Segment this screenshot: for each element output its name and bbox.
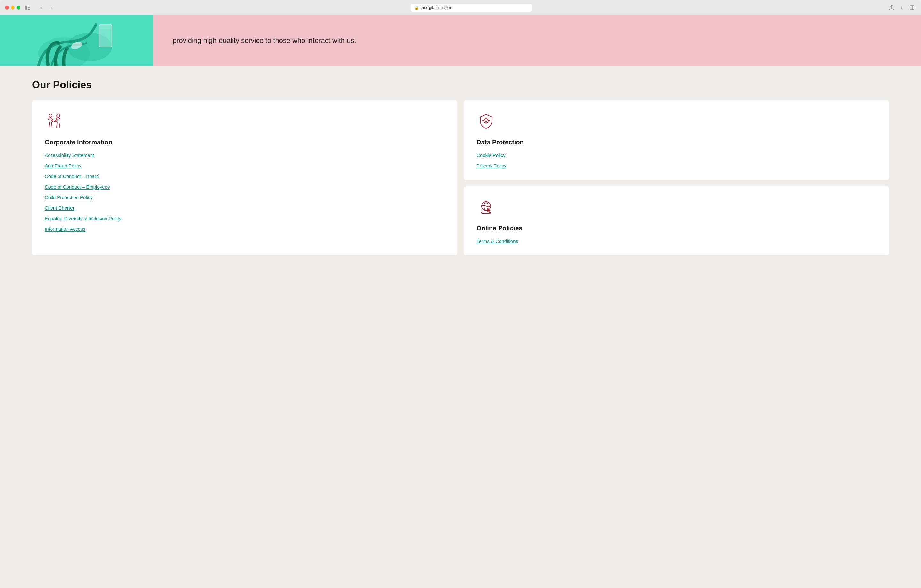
sidebar-button[interactable] (908, 4, 916, 11)
people-icon (45, 112, 64, 131)
back-button[interactable]: ‹ (37, 4, 45, 11)
privacy-policy-link[interactable]: Privacy Policy (477, 163, 876, 169)
sidebar-toggle-button[interactable] (24, 4, 31, 11)
corporate-information-card: Corporate Information Accessibility Stat… (32, 100, 457, 255)
client-charter-link[interactable]: Client Charter (45, 205, 444, 211)
svg-point-16 (489, 120, 490, 122)
browser-actions: + (888, 4, 916, 11)
forward-button[interactable]: › (47, 4, 55, 11)
hero-text: providing high-quality service to those … (153, 15, 921, 66)
svg-point-14 (484, 119, 488, 123)
data-protection-card: Data Protection Cookie Policy Privacy Po… (464, 100, 889, 180)
globe-icon (477, 198, 496, 217)
equality-diversity-inclusion-link[interactable]: Equality, Diversity & Inclusion Policy (45, 216, 444, 221)
section-title: Our Policies (32, 79, 889, 91)
policies-grid: Corporate Information Accessibility Stat… (32, 100, 889, 255)
child-protection-policy-link[interactable]: Child Protection Policy (45, 195, 444, 200)
svg-rect-1 (28, 6, 30, 6)
traffic-lights (5, 6, 21, 10)
code-of-conduct-board-link[interactable]: Code of Conduct – Board (45, 174, 444, 179)
corporate-links: Accessibility Statement Anti-Fraud Polic… (45, 153, 444, 232)
anti-fraud-policy-link[interactable]: Anti-Fraud Policy (45, 163, 444, 169)
accessibility-statement-link[interactable]: Accessibility Statement (45, 153, 444, 158)
lock-icon: 🔒 (415, 6, 419, 10)
close-button[interactable] (5, 6, 9, 10)
svg-point-13 (57, 114, 60, 117)
svg-rect-0 (25, 6, 27, 10)
page-content: providing high-quality service to those … (0, 15, 921, 268)
online-policies-card: Online Policies Terms & Conditions (464, 186, 889, 255)
svg-point-17 (482, 120, 483, 122)
terms-conditions-link[interactable]: Terms & Conditions (477, 239, 876, 244)
data-protection-title: Data Protection (477, 139, 876, 146)
hero-description: providing high-quality service to those … (173, 36, 356, 46)
svg-rect-2 (28, 7, 30, 8)
address-bar[interactable]: 🔒 thedigitalhub.com (411, 4, 532, 11)
share-button[interactable] (888, 4, 895, 11)
svg-rect-3 (28, 9, 30, 10)
right-column: Data Protection Cookie Policy Privacy Po… (464, 100, 889, 255)
svg-rect-10 (100, 29, 111, 46)
cookie-policy-link[interactable]: Cookie Policy (477, 153, 876, 158)
url-text: thedigitalhub.com (421, 5, 451, 10)
svg-point-12 (49, 114, 52, 117)
online-policies-links: Terms & Conditions (477, 239, 876, 244)
hero-image (0, 15, 153, 66)
hero-section: providing high-quality service to those … (0, 15, 921, 66)
corporate-information-title: Corporate Information (45, 139, 444, 146)
svg-point-15 (485, 120, 487, 122)
main-content: Our Policies (0, 66, 921, 268)
browser-nav: ‹ › (37, 4, 55, 11)
svg-rect-4 (910, 6, 914, 10)
online-policies-title: Online Policies (477, 225, 876, 232)
information-access-link[interactable]: Information Access (45, 226, 444, 232)
browser-chrome: ‹ › 🔒 thedigitalhub.com + (0, 0, 921, 15)
shield-icon (477, 112, 496, 131)
maximize-button[interactable] (16, 6, 21, 10)
new-tab-button[interactable]: + (898, 4, 906, 11)
minimize-button[interactable] (11, 6, 15, 10)
code-of-conduct-employees-link[interactable]: Code of Conduct – Employees (45, 184, 444, 190)
data-protection-links: Cookie Policy Privacy Policy (477, 153, 876, 169)
